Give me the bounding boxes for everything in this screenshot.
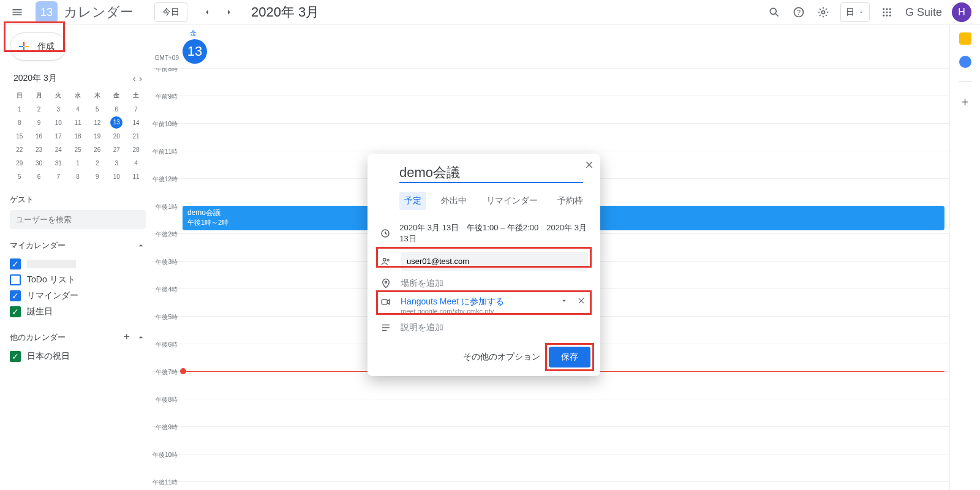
mini-day[interactable]: 4 — [68, 102, 88, 116]
mini-day[interactable]: 24 — [48, 143, 68, 156]
calendar-checkbox[interactable]: ✓ — [10, 258, 21, 270]
svg-point-5 — [886, 8, 888, 10]
mini-day[interactable]: 9 — [88, 170, 107, 183]
mini-day[interactable]: 21 — [126, 129, 146, 143]
mini-day[interactable]: 29 — [10, 156, 29, 170]
hour-row[interactable]: 午後8時 — [152, 399, 949, 426]
mini-day[interactable]: 2 — [88, 156, 107, 170]
mini-day[interactable]: 9 — [29, 116, 49, 129]
calendar-checkbox[interactable]: ✓ — [10, 306, 21, 317]
calendar-checkbox[interactable]: ✓ — [10, 290, 21, 301]
mini-day[interactable]: 1 — [10, 102, 29, 116]
mini-day[interactable]: 25 — [68, 143, 88, 156]
account-avatar[interactable]: H — [952, 2, 971, 22]
mini-day[interactable]: 12 — [88, 116, 107, 129]
next-button[interactable] — [219, 2, 239, 22]
help-button[interactable]: ? — [786, 0, 811, 24]
calendar-item[interactable]: ✓ — [10, 256, 146, 272]
mini-day[interactable]: 11 — [126, 170, 146, 183]
calendar-item[interactable]: ✓誕生日 — [10, 304, 146, 320]
mini-day[interactable]: 10 — [48, 116, 68, 129]
mini-day[interactable]: 11 — [68, 116, 88, 129]
tab-event[interactable]: 予定 — [399, 192, 426, 210]
location-row[interactable]: 場所を追加 — [375, 274, 593, 293]
mini-day[interactable]: 15 — [10, 129, 29, 143]
meet-remove[interactable] — [577, 296, 586, 305]
mini-day[interactable]: 8 — [10, 116, 29, 129]
mini-day[interactable]: 7 — [126, 102, 146, 116]
time-row[interactable]: 2020年 3月 13日 午後1:00 – 午後2:00 2020年 3月 13… — [375, 219, 593, 248]
mini-day[interactable]: 10 — [107, 170, 127, 183]
search-button[interactable] — [762, 0, 786, 24]
hour-row[interactable]: 午前8時 — [152, 68, 949, 96]
popup-close-button[interactable] — [584, 160, 594, 170]
add-addon-button[interactable]: + — [962, 96, 969, 110]
hour-row[interactable]: 午後11時 — [152, 481, 949, 490]
mycal-collapse[interactable] — [136, 241, 146, 251]
sidebar: 作成 2020年 3月 ‹ › 日月火水木金土 1234567891011121… — [0, 25, 152, 490]
guest-search-input[interactable] — [10, 210, 146, 229]
hour-row[interactable]: 午前9時 — [152, 96, 949, 123]
save-button[interactable]: 保存 — [549, 347, 590, 368]
hour-row[interactable]: 午後10時 — [152, 454, 949, 481]
dropdown-icon — [858, 9, 864, 15]
mini-day[interactable]: 27 — [107, 143, 127, 156]
calendar-item[interactable]: ToDo リスト — [10, 272, 146, 288]
meet-link[interactable]: Hangouts Meet に参加する — [401, 296, 504, 307]
calendar-item[interactable]: ✓日本の祝日 — [10, 349, 146, 364]
description-row[interactable]: 説明を追加 — [375, 318, 593, 337]
svg-point-4 — [883, 8, 884, 10]
mini-day[interactable]: 26 — [88, 143, 107, 156]
mini-day[interactable]: 5 — [88, 102, 107, 116]
mini-day[interactable]: 17 — [48, 129, 68, 143]
mini-day[interactable]: 13 — [107, 116, 127, 129]
calendar-item[interactable]: ✓リマインダー — [10, 288, 146, 304]
guest-input[interactable] — [401, 252, 588, 271]
prev-button[interactable] — [197, 2, 217, 22]
day-number-badge[interactable]: 13 — [183, 39, 207, 64]
mini-prev[interactable]: ‹ — [133, 74, 136, 83]
mini-day[interactable]: 22 — [10, 143, 29, 156]
mini-day[interactable]: 16 — [29, 129, 49, 143]
svg-point-7 — [883, 12, 884, 13]
tasks-icon[interactable] — [959, 56, 971, 68]
mini-day[interactable]: 3 — [107, 156, 127, 170]
mini-day[interactable]: 6 — [29, 170, 49, 183]
today-button[interactable]: 今日 — [154, 2, 187, 22]
hour-row[interactable]: 午前10時 — [152, 123, 949, 151]
mini-day[interactable]: 30 — [29, 156, 49, 170]
meet-expand[interactable] — [560, 296, 568, 305]
mini-day[interactable]: 19 — [88, 129, 107, 143]
tab-out-of-office[interactable]: 外出中 — [436, 192, 472, 210]
hour-row[interactable]: 午後9時 — [152, 426, 949, 454]
mini-day[interactable]: 20 — [107, 129, 127, 143]
mini-day[interactable]: 23 — [29, 143, 49, 156]
tab-reminder[interactable]: リマインダー — [481, 192, 543, 210]
mini-day[interactable]: 28 — [126, 143, 146, 156]
add-other-calendar[interactable]: + — [123, 331, 130, 344]
mini-day[interactable]: 2 — [29, 102, 49, 116]
mini-day[interactable]: 7 — [48, 170, 68, 183]
create-button[interactable]: 作成 — [10, 32, 66, 61]
mini-day[interactable]: 18 — [68, 129, 88, 143]
tab-appointment-slots[interactable]: 予約枠 — [552, 192, 588, 210]
more-options-link[interactable]: その他のオプション — [463, 352, 540, 363]
keep-icon[interactable] — [959, 32, 971, 45]
mini-day[interactable]: 1 — [68, 156, 88, 170]
calendar-checkbox[interactable]: ✓ — [10, 351, 21, 362]
apps-button[interactable] — [875, 0, 899, 24]
mini-next[interactable]: › — [139, 74, 142, 83]
mini-day[interactable]: 3 — [48, 102, 68, 116]
main-menu-button[interactable] — [5, 0, 29, 24]
mini-day[interactable]: 6 — [107, 102, 127, 116]
mini-day[interactable]: 31 — [48, 156, 68, 170]
calendar-checkbox[interactable] — [10, 274, 21, 285]
settings-button[interactable] — [811, 0, 835, 24]
mini-day[interactable]: 8 — [68, 170, 88, 183]
view-selector[interactable]: 日 — [840, 2, 870, 22]
mini-calendar-title: 2020年 3月 — [13, 73, 57, 84]
mini-day[interactable]: 14 — [126, 116, 146, 129]
mini-day[interactable]: 5 — [10, 170, 29, 183]
mini-day[interactable]: 4 — [126, 156, 146, 170]
event-title-input[interactable] — [399, 164, 583, 183]
